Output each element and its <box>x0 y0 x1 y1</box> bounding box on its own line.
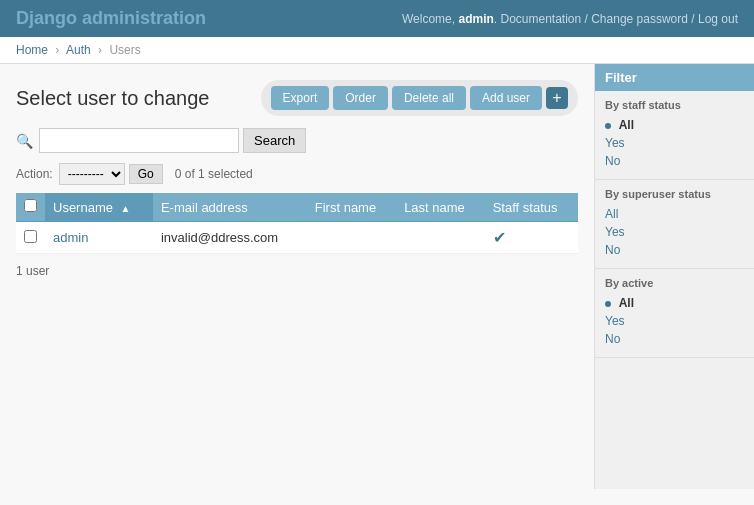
search-button[interactable]: Search <box>243 128 306 153</box>
action-label: Action: <box>16 167 53 181</box>
filter-staff-status-title: By staff status <box>605 99 744 111</box>
filter-active-title: By active <box>605 277 744 289</box>
page-title: Select user to change <box>16 87 209 110</box>
filter-staff-no-link[interactable]: No <box>605 154 620 168</box>
export-button[interactable]: Export <box>271 86 330 110</box>
change-password-link[interactable]: Change password <box>591 12 688 26</box>
select-all-checkbox[interactable] <box>24 199 37 212</box>
email-cell: invalid@ddress.com <box>153 222 307 254</box>
lastname-cell <box>396 222 485 254</box>
sort-arrow-icon: ▲ <box>121 203 131 214</box>
breadcrumb-auth[interactable]: Auth <box>66 43 91 57</box>
filter-active-yes: Yes <box>605 313 744 328</box>
go-button[interactable]: Go <box>129 164 163 184</box>
content-header: Select user to change Export Order Delet… <box>16 80 578 116</box>
username-col-header[interactable]: Username ▲ <box>45 193 153 222</box>
delete-all-button[interactable]: Delete all <box>392 86 466 110</box>
table-row: admin invalid@ddress.com ✔ <box>16 222 578 254</box>
filter-superuser-list: All Yes No <box>605 206 744 257</box>
add-icon-button[interactable]: + <box>546 87 568 109</box>
email-col-header[interactable]: E-mail address <box>153 193 307 222</box>
welcome-text: Welcome, <box>402 12 455 26</box>
username-link[interactable]: admin <box>53 230 88 245</box>
search-bar: 🔍 Search <box>16 128 578 153</box>
email-value: invalid@ddress.com <box>161 230 278 245</box>
breadcrumb-separator-2: › <box>98 43 102 57</box>
staff-status-icon: ✔ <box>493 229 506 246</box>
results-table: Username ▲ E-mail address First name Las… <box>16 193 578 254</box>
search-icon: 🔍 <box>16 133 33 149</box>
filter-superuser-title: By superuser status <box>605 188 744 200</box>
staffstatus-col-header[interactable]: Staff status <box>485 193 578 222</box>
filter-active-all: All <box>605 295 744 310</box>
lastname-col-header[interactable]: Last name <box>396 193 485 222</box>
action-select[interactable]: --------- <box>59 163 125 185</box>
order-button[interactable]: Order <box>333 86 388 110</box>
user-info: Welcome, admin. Documentation / Change p… <box>402 12 738 26</box>
documentation-link[interactable]: Documentation <box>500 12 581 26</box>
sidebar: Filter By staff status All Yes No By sup… <box>594 64 754 489</box>
breadcrumb-home[interactable]: Home <box>16 43 48 57</box>
firstname-col-header[interactable]: First name <box>307 193 396 222</box>
breadcrumb: Home › Auth › Users <box>0 37 754 64</box>
filter-superuser-all-link[interactable]: All <box>605 207 618 221</box>
row-checkbox[interactable] <box>24 230 37 243</box>
actions-row: Action: --------- Go 0 of 1 selected <box>16 163 578 185</box>
filter-staff-no: No <box>605 153 744 168</box>
filter-staff-status: By staff status All Yes No <box>595 91 754 180</box>
table-body: admin invalid@ddress.com ✔ <box>16 222 578 254</box>
filter-active-yes-link[interactable]: Yes <box>605 314 625 328</box>
filter-superuser-no-link[interactable]: No <box>605 243 620 257</box>
active-indicator-icon <box>605 123 611 129</box>
selected-info: 0 of 1 selected <box>175 167 253 181</box>
filter-active-no: No <box>605 331 744 346</box>
row-checkbox-cell <box>16 222 45 254</box>
search-input[interactable] <box>39 128 239 153</box>
add-user-button[interactable]: Add user <box>470 86 542 110</box>
main-layout: Select user to change Export Order Delet… <box>0 64 754 489</box>
staffstatus-cell: ✔ <box>485 222 578 254</box>
filter-superuser-no: No <box>605 242 744 257</box>
filter-superuser-all: All <box>605 206 744 221</box>
username-cell: admin <box>45 222 153 254</box>
breadcrumb-current: Users <box>109 43 140 57</box>
site-branding: Django administration <box>16 8 206 29</box>
filter-staff-all-link[interactable]: All <box>619 118 634 132</box>
firstname-cell <box>307 222 396 254</box>
filter-staff-all: All <box>605 117 744 132</box>
filter-staff-status-list: All Yes No <box>605 117 744 168</box>
action-buttons-group: Export Order Delete all Add user + <box>261 80 578 116</box>
content-area: Select user to change Export Order Delet… <box>0 64 594 489</box>
filter-superuser-status: By superuser status All Yes No <box>595 180 754 269</box>
result-count: 1 user <box>16 264 578 278</box>
filter-active: By active All Yes No <box>595 269 754 358</box>
logout-link[interactable]: Log out <box>698 12 738 26</box>
username: admin <box>458 12 493 26</box>
table-header-row: Username ▲ E-mail address First name Las… <box>16 193 578 222</box>
filter-active-all-link[interactable]: All <box>619 296 634 310</box>
filter-superuser-yes-link[interactable]: Yes <box>605 225 625 239</box>
filter-staff-yes: Yes <box>605 135 744 150</box>
filter-active-no-link[interactable]: No <box>605 332 620 346</box>
header: Django administration Welcome, admin. Do… <box>0 0 754 37</box>
filter-title: Filter <box>595 64 754 91</box>
filter-superuser-yes: Yes <box>605 224 744 239</box>
breadcrumb-separator-1: › <box>55 43 59 57</box>
filter-staff-yes-link[interactable]: Yes <box>605 136 625 150</box>
filter-active-list: All Yes No <box>605 295 744 346</box>
table-head: Username ▲ E-mail address First name Las… <box>16 193 578 222</box>
select-all-col <box>16 193 45 222</box>
active-indicator-icon-2 <box>605 301 611 307</box>
